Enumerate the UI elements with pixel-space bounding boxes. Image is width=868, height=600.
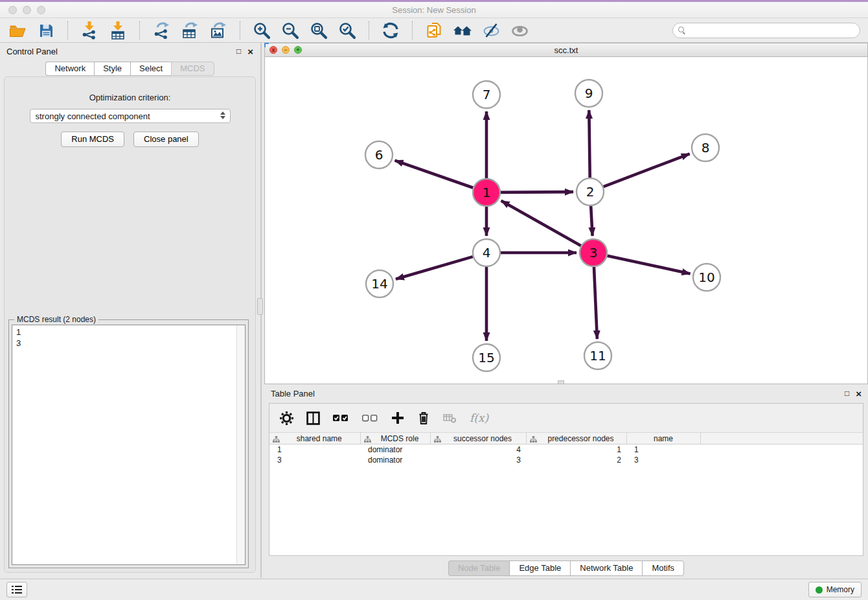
panel-divider-handle[interactable] [257, 298, 263, 315]
graph-edge-3-11[interactable] [594, 267, 597, 339]
zoom-out-icon [281, 21, 299, 40]
unselect-all-columns-button[interactable] [362, 410, 378, 426]
graph-edge-4-14[interactable] [396, 257, 473, 279]
refresh-view-button[interactable] [380, 20, 402, 41]
table-cell[interactable]: 3 [430, 455, 526, 465]
table-row[interactable]: 3dominator323 [269, 455, 863, 465]
tab-network-table[interactable]: Network Table [570, 560, 642, 576]
svg-text:15: 15 [478, 350, 494, 365]
export-image-icon [210, 21, 227, 39]
table-cell[interactable]: 3 [269, 455, 360, 465]
show-column-panel-button[interactable] [306, 410, 320, 426]
graph-node-8[interactable]: 8 [692, 134, 719, 161]
graph-node-14[interactable]: 14 [366, 270, 393, 297]
table-panel-close-button[interactable]: × [856, 389, 862, 398]
run-mcds-button[interactable]: Run MCDS [61, 132, 124, 147]
table-cell[interactable]: 1 [269, 444, 360, 455]
export-network-button[interactable] [150, 20, 172, 41]
import-network-button[interactable] [78, 20, 100, 41]
create-column-button[interactable] [391, 410, 404, 426]
copy-document-icon [426, 21, 443, 39]
table-row[interactable]: 1dominator411 [269, 444, 863, 455]
node-table: shared name MCDS role successor nodes pr… [269, 432, 863, 465]
hide-selected-button[interactable] [480, 20, 502, 41]
graph-node-15[interactable]: 15 [473, 344, 500, 371]
show-task-history-button[interactable] [6, 582, 27, 597]
graph-edge-2-8[interactable] [604, 154, 690, 187]
search-field[interactable] [672, 23, 860, 38]
main-toolbar [0, 18, 868, 43]
zoom-fit-button[interactable] [308, 20, 330, 41]
svg-text:6: 6 [375, 147, 383, 163]
tab-edge-table[interactable]: Edge Table [509, 560, 570, 576]
graph-edge-3-10[interactable] [607, 256, 690, 274]
graph-node-6[interactable]: 6 [365, 141, 393, 168]
graph-node-10[interactable]: 10 [693, 264, 720, 291]
mcds-result-scrollbar[interactable] [236, 325, 245, 564]
toolbar-separator [412, 21, 413, 40]
table-cell[interactable]: dominator [360, 444, 430, 455]
svg-text:10: 10 [698, 270, 714, 285]
tab-motifs[interactable]: Motifs [642, 560, 684, 576]
zoom-in-icon [253, 21, 271, 40]
network-canvas[interactable]: 1234678910111415 [265, 57, 867, 384]
graph-node-7[interactable]: 7 [473, 81, 500, 108]
network-resize-handle[interactable] [558, 380, 564, 384]
close-panel-button[interactable]: Close panel [133, 132, 199, 147]
table-cell[interactable]: dominator [360, 455, 430, 465]
table-options-button[interactable] [280, 410, 293, 426]
tab-node-table[interactable]: Node Table [448, 560, 510, 576]
column-header-name[interactable]: name [626, 433, 700, 444]
graph-edge-2-9[interactable] [589, 110, 589, 178]
table-cell[interactable]: 3 [626, 455, 700, 465]
graph-edge-3-1[interactable] [501, 201, 581, 246]
graph-node-2[interactable]: 2 [577, 178, 604, 205]
export-table-button[interactable] [179, 20, 201, 41]
control-panel-float-button[interactable]: □ [236, 47, 241, 56]
delete-columns-button[interactable] [417, 410, 430, 426]
column-header-predecessor-nodes[interactable]: predecessor nodes [526, 433, 626, 444]
table-cell[interactable]: 4 [430, 444, 526, 455]
first-neighbors-button[interactable] [451, 20, 474, 41]
mcds-result-area[interactable]: 1 3 [12, 325, 246, 565]
column-header-shared-name[interactable]: shared name [269, 433, 360, 444]
tab-select[interactable]: Select [130, 62, 171, 76]
graph-node-11[interactable]: 11 [584, 342, 611, 369]
graph-node-9[interactable]: 9 [575, 80, 602, 107]
optimization-criterion-select[interactable]: strongly connected component [30, 109, 231, 123]
tab-style[interactable]: Style [94, 62, 130, 76]
memory-button[interactable]: Memory [808, 582, 862, 597]
import-table-button[interactable] [107, 20, 129, 41]
graph-edge-1-2[interactable] [501, 192, 573, 192]
function-builder-button[interactable]: f(x) [470, 410, 488, 426]
zoom-in-button[interactable] [251, 20, 273, 41]
network-window: x − + scc.txt 1234678910111415 [264, 43, 868, 384]
open-session-button[interactable] [6, 20, 29, 41]
export-image-button[interactable] [207, 20, 229, 41]
tab-mcds[interactable]: MCDS [171, 62, 214, 76]
save-session-button[interactable] [35, 20, 57, 41]
delete-table-button[interactable] [443, 410, 457, 426]
show-all-button[interactable] [508, 20, 531, 41]
select-all-columns-button[interactable] [333, 410, 349, 426]
table-cell[interactable]: 2 [526, 455, 626, 465]
graph-node-1[interactable]: 1 [473, 179, 500, 206]
table-cell[interactable]: 1 [526, 444, 626, 455]
column-header-mcds-role[interactable]: MCDS role [360, 433, 430, 444]
column-header-successor-nodes[interactable]: successor nodes [430, 433, 526, 444]
table-panel-float-button[interactable]: □ [845, 389, 849, 398]
graph-edge-2-3[interactable] [591, 206, 592, 236]
control-panel-title: Control Panel [6, 47, 58, 56]
tab-network[interactable]: Network [45, 62, 94, 76]
control-panel: Control Panel □ × Network Style Select M… [0, 43, 260, 578]
graph-node-4[interactable]: 4 [473, 239, 500, 266]
graph-node-3[interactable]: 3 [580, 239, 607, 266]
tree-icon [364, 435, 371, 444]
zoom-out-button[interactable] [279, 20, 301, 41]
table-cell[interactable]: 1 [626, 444, 700, 455]
search-input[interactable] [686, 24, 860, 37]
graph-edge-1-6[interactable] [395, 161, 474, 188]
control-panel-close-button[interactable]: × [247, 47, 253, 56]
clone-network-button[interactable] [423, 20, 445, 41]
zoom-selected-button[interactable] [336, 20, 358, 41]
